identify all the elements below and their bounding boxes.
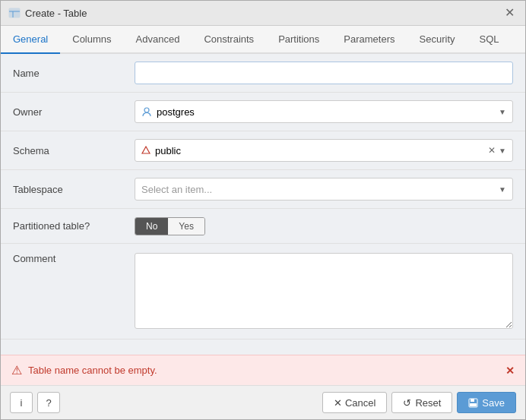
owner-label: Owner (13, 106, 135, 118)
form-body: Name Owner postgres ▼ (1, 54, 525, 355)
save-icon (468, 398, 478, 408)
tab-parameters[interactable]: Parameters (331, 26, 407, 54)
owner-select-left: postgres (141, 106, 195, 118)
schema-icon (141, 146, 151, 155)
footer-right: ✕ Cancel ↺ Reset Save (322, 392, 516, 413)
save-label: Save (482, 397, 505, 409)
owner-row: Owner postgres ▼ (1, 93, 525, 131)
owner-arrow-icon: ▼ (499, 108, 506, 116)
info-button[interactable]: i (10, 392, 33, 413)
create-table-dialog: Create - Table ✕ General Columns Advance… (0, 0, 526, 420)
tablespace-placeholder: Select an item... (141, 184, 212, 195)
tablespace-row: Tablespace Select an item... ▼ (1, 170, 525, 209)
error-icon: ⚠ (11, 363, 22, 377)
tab-advanced[interactable]: Advanced (124, 26, 192, 54)
name-label: Name (13, 68, 135, 79)
tablespace-arrow-icon: ▼ (499, 185, 506, 194)
name-input[interactable] (135, 62, 513, 84)
footer-left: i ? (10, 392, 60, 413)
schema-select[interactable]: public ✕ ▼ (135, 139, 513, 162)
partitioned-label: Partitioned table? (13, 220, 135, 232)
owner-select[interactable]: postgres ▼ (135, 100, 513, 123)
svg-point-3 (144, 108, 149, 112)
table-icon (8, 7, 21, 19)
schema-select-right: ✕ ▼ (486, 145, 506, 156)
footer: i ? ✕ Cancel ↺ Reset Save (1, 385, 525, 419)
schema-row: Schema public ✕ ▼ (1, 131, 525, 170)
svg-rect-6 (471, 399, 474, 402)
title-bar: Create - Table ✕ (1, 1, 525, 26)
owner-control: postgres ▼ (135, 100, 513, 123)
schema-label: Schema (13, 145, 135, 156)
schema-clear-button[interactable]: ✕ (486, 145, 497, 156)
tab-general[interactable]: General (1, 26, 60, 54)
save-button[interactable]: Save (457, 392, 516, 413)
svg-marker-4 (142, 147, 150, 153)
title-bar-left: Create - Table (8, 7, 87, 19)
tab-columns[interactable]: Columns (60, 26, 123, 54)
toggle-no[interactable]: No (135, 218, 168, 235)
reset-label: Reset (415, 397, 441, 409)
schema-value: public (155, 145, 181, 156)
tab-sql[interactable]: SQL (467, 26, 512, 54)
tablespace-label: Tablespace (13, 184, 135, 195)
tab-partitions[interactable]: Partitions (266, 26, 331, 54)
tab-bar: General Columns Advanced Constraints Par… (1, 26, 525, 54)
error-message: Table name cannot be empty. (28, 365, 157, 376)
partitioned-row: Partitioned table? No Yes (1, 209, 525, 244)
error-bar: ⚠ Table name cannot be empty. ✕ (1, 355, 525, 385)
error-close-button[interactable]: ✕ (505, 365, 515, 377)
tablespace-select[interactable]: Select an item... ▼ (135, 178, 513, 201)
comment-input[interactable] (135, 253, 513, 329)
owner-icon (141, 106, 152, 117)
reset-icon: ↺ (403, 397, 411, 409)
cancel-button[interactable]: ✕ Cancel (322, 392, 387, 413)
partitioned-control: No Yes (135, 217, 513, 235)
reset-button[interactable]: ↺ Reset (391, 392, 452, 413)
name-control (135, 62, 513, 84)
help-button[interactable]: ? (37, 392, 60, 413)
tablespace-control: Select an item... ▼ (135, 178, 513, 201)
owner-value: postgres (157, 106, 195, 118)
svg-rect-0 (9, 8, 20, 17)
tablespace-select-left: Select an item... (141, 184, 212, 195)
comment-label: Comment (13, 253, 135, 264)
name-row: Name (1, 54, 525, 93)
toggle-yes[interactable]: Yes (168, 218, 204, 235)
tab-constraints[interactable]: Constraints (192, 26, 266, 54)
schema-arrow-icon: ▼ (499, 147, 506, 155)
close-button[interactable]: ✕ (502, 5, 518, 21)
dialog-title: Create - Table (25, 8, 87, 19)
comment-row: Comment (1, 244, 525, 339)
schema-select-left: public (141, 145, 181, 156)
svg-rect-7 (470, 403, 477, 406)
comment-control (135, 253, 513, 331)
tab-security[interactable]: Security (407, 26, 467, 54)
partitioned-toggle[interactable]: No Yes (135, 217, 205, 235)
schema-control: public ✕ ▼ (135, 139, 513, 162)
